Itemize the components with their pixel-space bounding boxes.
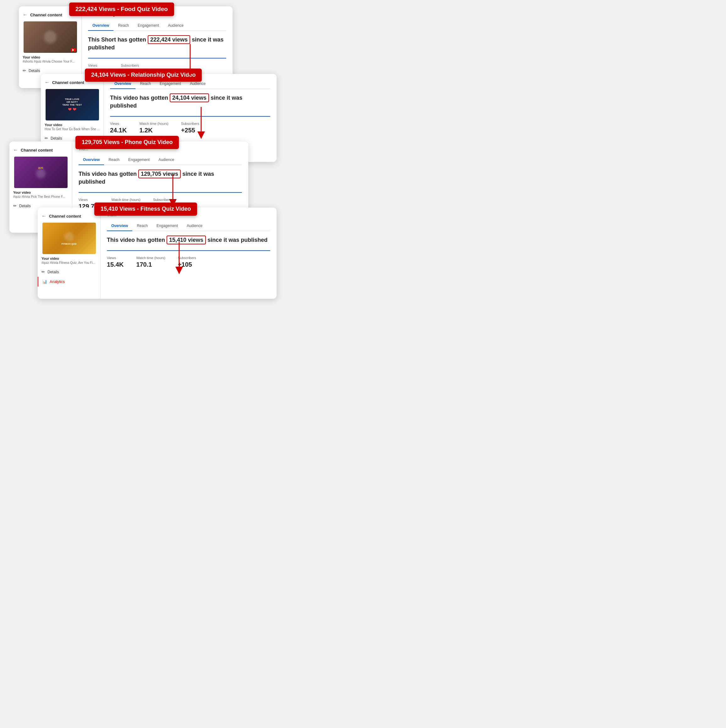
stat-views-value-fitness: 15.4K <box>107 261 124 268</box>
arrow-relationship <box>189 104 214 142</box>
stat-watch-value-fitness: 170.1 <box>136 261 165 268</box>
pencil-icon-phone: ✏ <box>13 203 17 208</box>
pencil-icon-food: ✏ <box>23 68 26 73</box>
tab-reach-fitness[interactable]: Reach <box>132 221 152 231</box>
statement-post-fitness: since it was published <box>206 237 267 243</box>
thumb-text-fitness: FITNESS QUIZ <box>61 243 76 245</box>
yt-icon-food <box>71 48 76 52</box>
tab-audience-food[interactable]: Audience <box>163 21 188 31</box>
video-desc-fitness: #quiz #trivia Fitness Quiz, Are You Fi..… <box>38 261 100 267</box>
thumbnail-fitness: FITNESS QUIZ <box>43 223 96 254</box>
stat-views-fitness: Views 15.4K <box>107 256 124 268</box>
video-label-phone: Your video <box>9 191 72 195</box>
pencil-icon-rel: ✏ <box>45 136 48 141</box>
statement-pre-rel: This video has gotten <box>110 95 170 101</box>
video-label-rel: Your video <box>41 123 104 127</box>
thumb-overlay-food <box>24 21 77 53</box>
sidebar-title-phone: Channel content <box>21 148 53 153</box>
video-desc-rel: How To Get Your Ex Back When She ... <box>41 127 104 133</box>
stat-views-rel: Views 24.1K <box>110 122 127 134</box>
tab-reach-food[interactable]: Reach <box>113 21 133 31</box>
stat-views-label-phone: Views <box>79 198 99 202</box>
video-label-fitness: Your video <box>38 257 100 261</box>
stat-views-label-fitness: Views <box>107 256 124 260</box>
stat-views-label-food: Views <box>88 64 108 67</box>
sidebar-header-phone: ← Channel content <box>9 145 72 157</box>
views-highlight-rel: 24,104 views <box>170 93 209 102</box>
sidebar-title-food: Channel content <box>30 12 62 17</box>
banner-food: 222,424 Views - Food Quiz Video <box>69 3 174 16</box>
video-label-food: Your video <box>19 55 81 60</box>
statement-pre-phone: This video has gotten <box>79 171 138 177</box>
thumbnail-phone: QUIZ <box>14 157 67 188</box>
back-arrow-icon[interactable]: ← <box>23 12 27 18</box>
views-statement-food: This Short has gotten 222,424 views sinc… <box>88 36 226 52</box>
stat-views-value-rel: 24.1K <box>110 127 127 134</box>
details-label-rel: Details <box>50 136 62 141</box>
thumb-text-rel: TRUE LOVEOR NOT?TAKE THE TEST <box>62 98 82 106</box>
analytics-label-fitness: Analytics <box>50 280 65 284</box>
stat-watch-label-fitness: Watch time (hours) <box>136 256 165 260</box>
card-fitness-quiz: ← Channel content FITNESS QUIZ Your vide… <box>38 208 276 299</box>
details-label-phone: Details <box>19 204 31 208</box>
sidebar-title-fitness: Channel content <box>49 214 81 219</box>
thumbnail-relationship: TRUE LOVEOR NOT?TAKE THE TEST ❤ ❤ <box>46 89 99 121</box>
tab-audience-phone[interactable]: Audience <box>154 155 178 165</box>
thumbnail-food <box>24 21 77 53</box>
tabs-phone: Overview Reach Engagement Audience <box>79 155 242 165</box>
statement-pre-food: This Short has gotten <box>88 37 148 43</box>
video-desc-phone: #quiz #trivia Pick The Best Phone F... <box>9 195 72 201</box>
blur-face-fitness <box>64 232 74 242</box>
tab-overview-phone[interactable]: Overview <box>79 155 104 165</box>
stat-watch-label-rel: Watch time (hours) <box>139 122 168 125</box>
tabs-fitness: Overview Reach Engagement Audience <box>107 221 270 231</box>
thumb-overlay-phone: QUIZ <box>14 157 67 188</box>
arrow-phone <box>160 171 185 209</box>
stat-watch-fitness: Watch time (hours) 170.1 <box>136 256 165 268</box>
tab-reach-phone[interactable]: Reach <box>104 155 124 165</box>
sidebar-fitness: ← Channel content FITNESS QUIZ Your vide… <box>38 208 101 299</box>
hearts-rel: ❤ ❤ <box>68 107 77 112</box>
tab-overview-fitness[interactable]: Overview <box>107 221 132 231</box>
back-arrow-fitness[interactable]: ← <box>41 213 47 219</box>
sidebar-details-fitness[interactable]: ✏ Details <box>38 267 100 277</box>
stat-watch-rel: Watch time (hours) 1.2K <box>139 122 168 134</box>
statement-pre-fitness: This video has gotten <box>107 237 166 243</box>
stat-watch-value-rel: 1.2K <box>139 127 168 134</box>
blur-face-food <box>44 31 56 43</box>
thumb-overlay-rel: TRUE LOVEOR NOT?TAKE THE TEST ❤ ❤ <box>46 89 99 121</box>
arrow-food <box>178 41 203 79</box>
tab-engagement-phone[interactable]: Engagement <box>124 155 154 165</box>
pencil-icon-fitness: ✏ <box>41 269 45 274</box>
details-label-food: Details <box>29 69 40 73</box>
details-label-fitness: Details <box>47 270 59 274</box>
sidebar-analytics-fitness[interactable]: 📊 Analytics <box>38 277 100 286</box>
tab-engagement-fitness[interactable]: Engagement <box>152 221 182 231</box>
sidebar-title-rel: Channel content <box>52 80 84 85</box>
tab-overview-food[interactable]: Overview <box>88 21 113 31</box>
tab-audience-fitness[interactable]: Audience <box>182 221 207 231</box>
tab-engagement-food[interactable]: Engagement <box>133 21 163 31</box>
back-arrow-phone[interactable]: ← <box>13 147 18 153</box>
thumb-text-phone: QUIZ <box>38 167 43 169</box>
stat-subs-label-food: Subscribers <box>121 64 139 67</box>
analytics-icon-fitness: 📊 <box>42 279 47 284</box>
back-arrow-rel[interactable]: ← <box>45 80 50 85</box>
banner-phone: 129,705 Views - Phone Quiz Video <box>75 136 179 149</box>
divider-food <box>88 58 226 58</box>
blur-face-phone <box>36 169 46 178</box>
tabs-food: Overview Reach Engagement Audience <box>88 21 226 31</box>
video-desc-food: #shorts #quiz #trivia Choose Your F... <box>19 60 81 66</box>
stat-views-label-rel: Views <box>110 122 127 125</box>
arrow-fitness <box>166 239 192 277</box>
thumb-overlay-fitness: FITNESS QUIZ <box>43 223 96 254</box>
stat-watch-label-phone: Watch time (hours) <box>111 198 141 202</box>
sidebar-header-fitness: ← Channel content <box>38 211 100 223</box>
